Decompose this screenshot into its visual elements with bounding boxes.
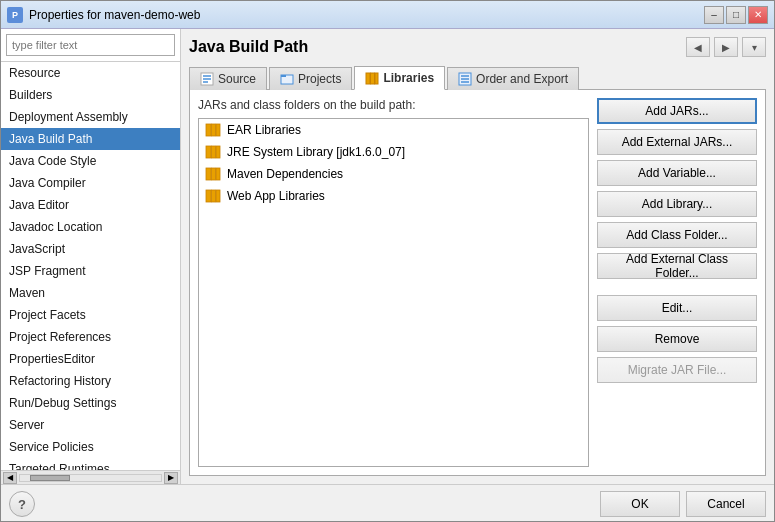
tabs-bar: SourceProjectsLibrariesOrder and Export [189,65,766,90]
nav-back-button[interactable]: ◀ [686,37,710,57]
lib-label-maven-deps: Maven Dependencies [227,167,343,181]
svg-rect-15 [216,124,220,136]
sidebar-item-project-facets[interactable]: Project Facets [1,304,180,326]
sidebar-item-jsp-fragment[interactable]: JSP Fragment [1,260,180,282]
sidebar-item-properties-editor[interactable]: PropertiesEditor [1,348,180,370]
ok-button[interactable]: OK [600,491,680,517]
sidebar-item-server[interactable]: Server [1,414,180,436]
sidebar-item-project-references[interactable]: Project References [1,326,180,348]
sidebar-item-java-code-style[interactable]: Java Code Style [1,150,180,172]
title-bar: P Properties for maven-demo-web – □ ✕ [1,1,774,29]
action-btn-add-jars[interactable]: Add JARs... [597,98,757,124]
close-button[interactable]: ✕ [748,6,768,24]
action-btn-add-external-class-folder[interactable]: Add External Class Folder... [597,253,757,279]
window-icon: P [7,7,23,23]
action-btn-add-variable[interactable]: Add Variable... [597,160,757,186]
main-window: P Properties for maven-demo-web – □ ✕ Re… [0,0,775,522]
action-btn-remove[interactable]: Remove [597,326,757,352]
tab-source[interactable]: Source [189,67,267,90]
sidebar-list: ResourceBuildersDeployment AssemblyJava … [1,62,180,470]
action-btn-add-library[interactable]: Add Library... [597,191,757,217]
action-btn-migrate-jar[interactable]: Migrate JAR File... [597,357,757,383]
description-text: JARs and class folders on the build path… [198,98,589,112]
cancel-button[interactable]: Cancel [686,491,766,517]
lib-icon-jre-system [205,144,221,160]
svg-rect-24 [216,190,220,202]
scroll-left-button[interactable]: ◀ [3,472,17,484]
svg-rect-14 [212,124,216,136]
sidebar-item-java-editor[interactable]: Java Editor [1,194,180,216]
scroll-track[interactable] [19,474,162,482]
content-area: ResourceBuildersDeployment AssemblyJava … [1,29,774,484]
main-panel: Java Build Path ◀ ▶ ▾ SourceProjectsLibr… [181,29,774,484]
svg-rect-19 [206,168,211,180]
panel-nav: ◀ ▶ ▾ [686,37,766,57]
sidebar-item-deployment-assembly[interactable]: Deployment Assembly [1,106,180,128]
sidebar-item-java-compiler[interactable]: Java Compiler [1,172,180,194]
svg-rect-18 [216,146,220,158]
lib-item-jre-system[interactable]: JRE System Library [jdk1.6.0_07] [199,141,588,163]
sidebar-item-maven[interactable]: Maven [1,282,180,304]
lib-label-jre-system: JRE System Library [jdk1.6.0_07] [227,145,405,159]
tab-label-libraries: Libraries [383,71,434,85]
sidebar-item-service-policies[interactable]: Service Policies [1,436,180,458]
window-title: Properties for maven-demo-web [29,8,704,22]
tab-libraries[interactable]: Libraries [354,66,445,90]
tab-icon-libraries [365,71,379,85]
bottom-right-buttons: OK Cancel [600,491,766,517]
sidebar-item-resource[interactable]: Resource [1,62,180,84]
lib-item-web-app-libs[interactable]: Web App Libraries [199,185,588,207]
tab-content: JARs and class folders on the build path… [189,90,766,476]
svg-rect-22 [206,190,211,202]
action-btn-add-external-jars[interactable]: Add External JARs... [597,129,757,155]
panel-header: Java Build Path ◀ ▶ ▾ [189,37,766,57]
btn-spacer-6 [597,284,757,290]
nav-dropdown-button[interactable]: ▾ [742,37,766,57]
svg-rect-8 [375,73,378,84]
maximize-button[interactable]: □ [726,6,746,24]
tab-label-source: Source [218,72,256,86]
svg-rect-7 [371,73,375,84]
svg-rect-5 [281,75,286,77]
lib-icon-maven-deps [205,166,221,182]
svg-rect-13 [206,124,211,136]
tab-label-order-export: Order and Export [476,72,568,86]
sidebar-item-builders[interactable]: Builders [1,84,180,106]
action-btn-add-class-folder[interactable]: Add Class Folder... [597,222,757,248]
sidebar-item-refactoring-history[interactable]: Refactoring History [1,370,180,392]
tab-icon-order-export [458,72,472,86]
tab-icon-source [200,72,214,86]
svg-rect-23 [212,190,216,202]
panel-title: Java Build Path [189,38,308,56]
sidebar-item-java-build-path[interactable]: Java Build Path [1,128,180,150]
sidebar-item-targeted-runtimes[interactable]: Targeted Runtimes [1,458,180,470]
search-input[interactable] [6,34,175,56]
lib-label-ear-libraries: EAR Libraries [227,123,301,137]
tab-order-export[interactable]: Order and Export [447,67,579,90]
sidebar: ResourceBuildersDeployment AssemblyJava … [1,29,181,484]
svg-rect-20 [212,168,216,180]
svg-rect-16 [206,146,211,158]
libraries-list: EAR LibrariesJRE System Library [jdk1.6.… [198,118,589,467]
svg-rect-21 [216,168,220,180]
help-button[interactable]: ? [9,491,35,517]
action-btn-edit[interactable]: Edit... [597,295,757,321]
filter-wrap [1,29,180,62]
lib-label-web-app-libs: Web App Libraries [227,189,325,203]
scroll-thumb [30,475,70,481]
nav-forward-button[interactable]: ▶ [714,37,738,57]
tab-projects[interactable]: Projects [269,67,352,90]
lib-item-maven-deps[interactable]: Maven Dependencies [199,163,588,185]
libraries-left-section: JARs and class folders on the build path… [198,98,589,467]
window-controls: – □ ✕ [704,6,768,24]
svg-rect-17 [212,146,216,158]
sidebar-item-javadoc-location[interactable]: Javadoc Location [1,216,180,238]
sidebar-item-javascript[interactable]: JavaScript [1,238,180,260]
lib-icon-ear-libraries [205,122,221,138]
scroll-right-button[interactable]: ▶ [164,472,178,484]
tab-label-projects: Projects [298,72,341,86]
lib-item-ear-libraries[interactable]: EAR Libraries [199,119,588,141]
sidebar-item-run-debug-settings[interactable]: Run/Debug Settings [1,392,180,414]
right-buttons: Add JARs...Add External JARs...Add Varia… [597,98,757,467]
minimize-button[interactable]: – [704,6,724,24]
